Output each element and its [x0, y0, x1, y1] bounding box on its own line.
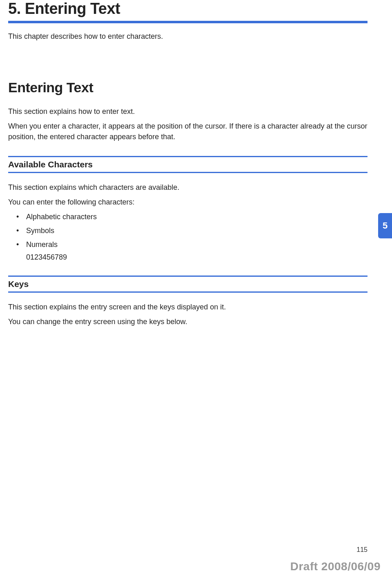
divider-bottom: [8, 172, 368, 173]
document-page: 5. Entering Text This chapter describes …: [0, 0, 392, 578]
divider-bottom: [8, 291, 368, 293]
available-p2: You can enter the following characters:: [8, 197, 368, 207]
subsection-keys: Keys This section explains the entry scr…: [8, 276, 368, 327]
list-item: Symbols: [16, 225, 368, 237]
available-p1: This section explains which characters a…: [8, 182, 368, 193]
chapter-title: 5. Entering Text: [8, 0, 368, 18]
chapter-tab-number: 5: [383, 220, 388, 231]
bullet-list: Alphabetic characters Symbols Numerals: [8, 211, 368, 251]
divider-top: [8, 156, 368, 157]
numerals-sample: 0123456789: [8, 253, 368, 262]
keys-p2: You can change the entry screen using th…: [8, 316, 368, 327]
section-p1: This section explains how to enter text.: [8, 106, 368, 117]
subsection-available: Available Characters This section explai…: [8, 156, 368, 262]
section-p2: When you enter a character, it appears a…: [8, 121, 368, 142]
chapter-tab: 5: [378, 213, 392, 238]
subsection-title: Available Characters: [8, 160, 368, 169]
subsection-title: Keys: [8, 279, 368, 289]
list-item: Alphabetic characters: [16, 211, 368, 223]
chapter-intro: This chapter describes how to enter char…: [8, 32, 368, 41]
draft-stamp: Draft 2008/06/09: [290, 560, 381, 573]
keys-p1: This section explains the entry screen a…: [8, 302, 368, 312]
section-title: Entering Text: [8, 80, 368, 96]
divider-top: [8, 276, 368, 277]
page-number: 115: [356, 546, 368, 554]
chapter-rule: [8, 21, 368, 23]
list-item: Numerals: [16, 239, 368, 251]
